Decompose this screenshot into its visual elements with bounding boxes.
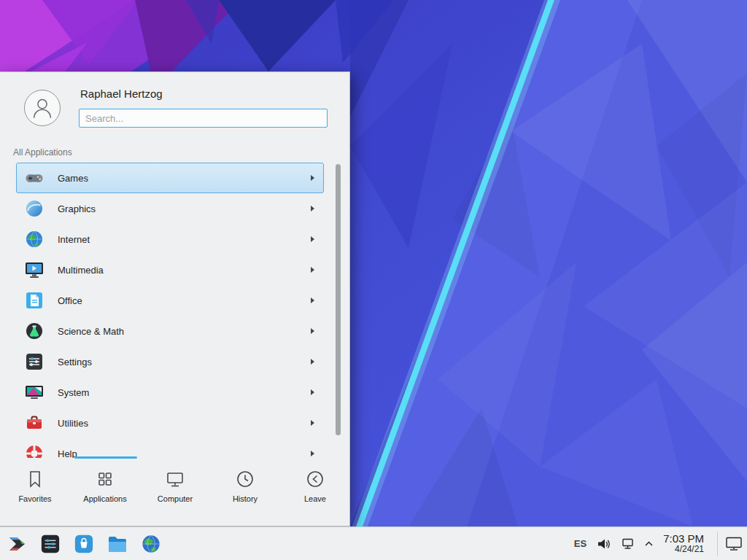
category-item-games[interactable]: Games bbox=[16, 163, 324, 193]
tab-computer[interactable]: Computer bbox=[140, 456, 210, 526]
office-icon bbox=[25, 291, 44, 310]
category-label: Internet bbox=[58, 234, 90, 245]
tab-leave[interactable]: Leave bbox=[280, 456, 350, 526]
category-item-settings[interactable]: Settings bbox=[16, 346, 324, 377]
submenu-arrow-icon bbox=[311, 420, 314, 426]
app-launcher-button[interactable] bbox=[6, 533, 28, 555]
tray-expand-button[interactable] bbox=[645, 541, 653, 546]
category-item-system[interactable]: System bbox=[16, 377, 324, 408]
category-label: Graphics bbox=[58, 203, 96, 214]
user-icon bbox=[28, 94, 56, 122]
user-avatar bbox=[24, 90, 61, 126]
software-center-task-button[interactable] bbox=[73, 533, 95, 555]
category-item-graphics[interactable]: Graphics bbox=[16, 193, 324, 224]
submenu-arrow-icon bbox=[311, 389, 314, 395]
tab-label: Leave bbox=[304, 494, 326, 503]
clock-icon bbox=[234, 468, 256, 490]
web-browser-icon bbox=[141, 534, 161, 554]
web-browser-task-button[interactable] bbox=[140, 533, 162, 555]
submenu-arrow-icon bbox=[311, 298, 314, 303]
submenu-arrow-icon bbox=[311, 206, 314, 211]
category-item-office[interactable]: Office bbox=[16, 285, 324, 316]
utilities-icon bbox=[25, 413, 44, 432]
system-tray: ES 7:03 PM bbox=[574, 532, 743, 556]
tab-history[interactable]: History bbox=[210, 456, 280, 526]
submenu-arrow-icon bbox=[311, 451, 314, 456]
graphics-icon bbox=[25, 199, 44, 218]
submenu-arrow-icon bbox=[311, 236, 314, 242]
section-label: All Applications bbox=[13, 147, 72, 158]
chevron-up-icon bbox=[645, 541, 653, 546]
category-item-science-math[interactable]: Science & Math bbox=[16, 316, 324, 346]
grid-icon bbox=[94, 468, 116, 490]
active-tab-indicator bbox=[74, 456, 137, 459]
category-label: Science & Math bbox=[58, 326, 124, 337]
tab-label: Computer bbox=[158, 494, 193, 503]
category-label: Settings bbox=[58, 357, 92, 368]
system-icon bbox=[25, 383, 44, 402]
leave-icon bbox=[304, 468, 326, 490]
application-launcher-menu: Raphael Hertzog All Applications Games bbox=[0, 71, 350, 526]
clock-time: 7:03 PM bbox=[663, 533, 704, 545]
file-manager-icon bbox=[107, 534, 128, 554]
digital-clock[interactable]: 7:03 PM 4/24/21 bbox=[663, 533, 705, 555]
category-item-help[interactable]: Help bbox=[16, 438, 324, 458]
software-center-icon bbox=[74, 534, 94, 554]
list-scrollbar[interactable] bbox=[336, 164, 341, 435]
mixer-app-task-button[interactable] bbox=[39, 533, 61, 555]
category-item-utilities[interactable]: Utilities bbox=[16, 408, 324, 438]
desktop: Raphael Hertzog All Applications Games bbox=[0, 0, 747, 560]
tab-favorites[interactable]: Favorites bbox=[0, 456, 70, 526]
file-manager-task-button[interactable] bbox=[107, 533, 128, 555]
category-label: Multimedia bbox=[58, 265, 104, 276]
category-label: Utilities bbox=[58, 418, 88, 429]
computer-icon bbox=[164, 468, 186, 490]
category-label: System bbox=[58, 387, 89, 398]
submenu-arrow-icon bbox=[311, 175, 314, 181]
submenu-arrow-icon bbox=[311, 359, 314, 365]
submenu-arrow-icon bbox=[311, 267, 314, 273]
volume-button[interactable] bbox=[597, 537, 611, 551]
submenu-arrow-icon bbox=[311, 328, 314, 334]
category-label: Games bbox=[58, 173, 88, 184]
category-item-internet[interactable]: Internet bbox=[16, 224, 324, 254]
tab-label: History bbox=[233, 494, 258, 503]
tab-applications[interactable]: Applications bbox=[70, 456, 140, 526]
app-launcher-icon bbox=[6, 533, 28, 555]
keyboard-layout-indicator[interactable]: ES bbox=[574, 538, 587, 549]
user-name: Raphael Hertzog bbox=[80, 88, 163, 100]
network-button[interactable] bbox=[622, 537, 635, 550]
tab-label: Applications bbox=[83, 494, 126, 503]
speaker-icon bbox=[597, 537, 611, 551]
tab-label: Favorites bbox=[18, 494, 51, 503]
clock-date: 4/24/21 bbox=[663, 545, 704, 554]
science-icon bbox=[25, 322, 44, 341]
show-desktop-icon bbox=[725, 536, 743, 551]
mixer-app-icon bbox=[40, 534, 61, 554]
menu-tabbar: Favorites Applications Computer bbox=[0, 456, 350, 526]
taskbar-left bbox=[6, 533, 162, 555]
bookmark-icon bbox=[24, 468, 46, 490]
show-desktop-button[interactable] bbox=[717, 532, 743, 556]
gamepad-icon bbox=[25, 168, 44, 187]
taskbar-panel: ES 7:03 PM bbox=[0, 526, 747, 560]
category-item-multimedia[interactable]: Multimedia bbox=[16, 254, 324, 285]
category-label: Office bbox=[58, 295, 82, 306]
category-list: Games Graphics bbox=[0, 163, 350, 458]
search-input[interactable] bbox=[79, 109, 328, 128]
multimedia-icon bbox=[25, 260, 44, 279]
network-icon bbox=[622, 537, 635, 550]
globe-icon bbox=[25, 230, 44, 249]
settings-icon bbox=[25, 352, 44, 371]
